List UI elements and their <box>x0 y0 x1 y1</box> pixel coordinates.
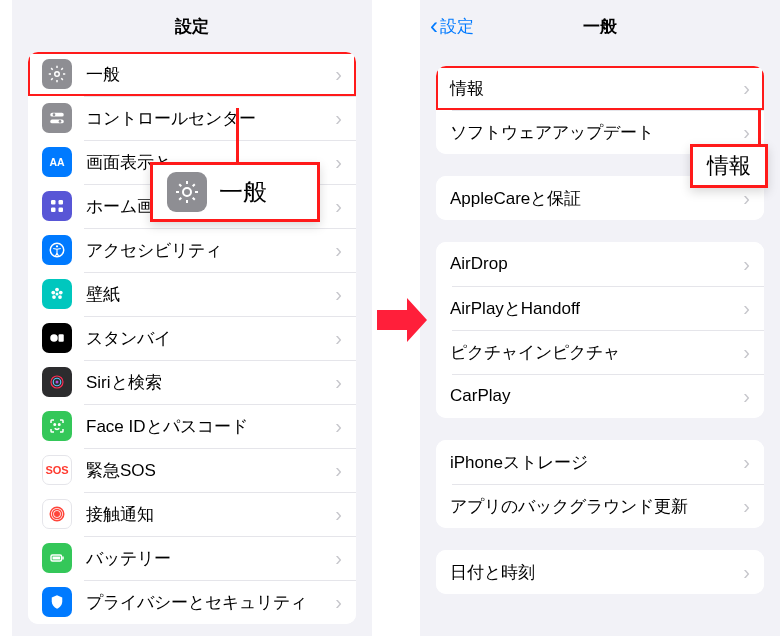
row-datetime[interactable]: 日付と時刻 › <box>436 550 764 594</box>
chevron-right-icon: › <box>743 386 750 406</box>
chevron-right-icon: › <box>743 452 750 472</box>
accessibility-icon <box>42 235 72 265</box>
chevron-right-icon: › <box>335 108 342 128</box>
faceid-icon <box>42 411 72 441</box>
svg-point-14 <box>59 291 63 295</box>
chevron-right-icon: › <box>335 152 342 172</box>
general-screen: ‹ 設定 一般 情報 › ソフトウェアアップデート › AppleCareと保証… <box>420 0 780 636</box>
svg-point-31 <box>183 188 191 196</box>
row-storage[interactable]: iPhoneストレージ › <box>436 440 764 484</box>
row-control-center[interactable]: コントロールセンター › <box>28 96 356 140</box>
settings-header: 設定 <box>12 0 372 52</box>
privacy-icon <box>42 587 72 617</box>
chevron-right-icon: › <box>743 342 750 362</box>
chevron-right-icon: › <box>743 298 750 318</box>
svg-point-25 <box>55 512 60 517</box>
row-label: 接触通知 <box>86 503 335 526</box>
row-accessibility[interactable]: アクセシビリティ › <box>28 228 356 272</box>
page-title: 一般 <box>583 15 617 38</box>
row-label: Siriと検索 <box>86 371 335 394</box>
row-exposure[interactable]: 接触通知 › <box>28 492 356 536</box>
callout-label: 一般 <box>219 176 267 208</box>
svg-point-17 <box>51 291 55 295</box>
sos-icon: SOS <box>42 455 72 485</box>
svg-point-22 <box>56 381 59 384</box>
siri-icon <box>42 367 72 397</box>
callout-about: 情報 <box>690 144 768 188</box>
svg-point-0 <box>55 72 60 77</box>
page-title: 設定 <box>175 15 209 38</box>
standby-icon <box>42 323 72 353</box>
row-battery[interactable]: バッテリー › <box>28 536 356 580</box>
row-wallpaper[interactable]: 壁紙 › <box>28 272 356 316</box>
callout-general: 一般 <box>150 162 320 222</box>
row-label: 一般 <box>86 63 335 86</box>
svg-point-11 <box>56 245 58 247</box>
row-label: AppleCareと保証 <box>450 187 743 210</box>
group-airdrop: AirDrop › AirPlayとHandoff › ピクチャインピクチャ ›… <box>436 242 764 418</box>
row-label: 情報 <box>450 77 743 100</box>
svg-point-23 <box>54 424 56 426</box>
chevron-right-icon: › <box>335 592 342 612</box>
display-icon: AA <box>42 147 72 177</box>
svg-rect-30 <box>53 557 61 560</box>
svg-point-16 <box>52 295 56 299</box>
row-carplay[interactable]: CarPlay › <box>436 374 764 418</box>
svg-rect-29 <box>62 557 64 560</box>
general-header: ‹ 設定 一般 <box>420 0 780 52</box>
svg-point-18 <box>50 334 58 342</box>
row-bg-refresh[interactable]: アプリのバックグラウンド更新 › <box>436 484 764 528</box>
row-label: iPhoneストレージ <box>450 451 743 474</box>
row-label: Face IDとパスコード <box>86 415 335 438</box>
chevron-right-icon: › <box>743 122 750 142</box>
settings-root-screen: 設定 一般 › コントロールセンター › AA 画面表示と › <box>12 0 372 636</box>
callout-connector <box>758 109 761 145</box>
row-faceid[interactable]: Face IDとパスコード › <box>28 404 356 448</box>
svg-rect-2 <box>50 120 64 124</box>
svg-point-4 <box>59 120 62 123</box>
row-privacy[interactable]: プライバシーとセキュリティ › <box>28 580 356 624</box>
svg-rect-19 <box>59 334 64 342</box>
svg-point-13 <box>55 288 59 292</box>
gear-icon <box>167 172 207 212</box>
row-standby[interactable]: スタンバイ › <box>28 316 356 360</box>
row-label: コントロールセンター <box>86 107 335 130</box>
row-general[interactable]: 一般 › <box>28 52 356 96</box>
toggles-icon <box>42 103 72 133</box>
row-label: 壁紙 <box>86 283 335 306</box>
row-siri[interactable]: Siriと検索 › <box>28 360 356 404</box>
svg-rect-8 <box>51 208 56 213</box>
flower-icon <box>42 279 72 309</box>
chevron-right-icon: › <box>335 240 342 260</box>
row-sos[interactable]: SOS 緊急SOS › <box>28 448 356 492</box>
row-label: AirPlayとHandoff <box>450 297 743 320</box>
chevron-right-icon: › <box>335 328 342 348</box>
svg-rect-9 <box>59 208 64 213</box>
row-pip[interactable]: ピクチャインピクチャ › <box>436 330 764 374</box>
back-label: 設定 <box>440 15 474 38</box>
svg-point-15 <box>58 295 62 299</box>
chevron-left-icon: ‹ <box>430 14 438 38</box>
group-storage: iPhoneストレージ › アプリのバックグラウンド更新 › <box>436 440 764 528</box>
chevron-right-icon: › <box>743 496 750 516</box>
chevron-right-icon: › <box>335 284 342 304</box>
row-label: 日付と時刻 <box>450 561 743 584</box>
gear-icon <box>42 59 72 89</box>
row-label: スタンバイ <box>86 327 335 350</box>
chevron-right-icon: › <box>335 416 342 436</box>
row-airplay[interactable]: AirPlayとHandoff › <box>436 286 764 330</box>
back-button[interactable]: ‹ 設定 <box>430 14 474 38</box>
row-label: CarPlay <box>450 386 743 406</box>
chevron-right-icon: › <box>335 504 342 524</box>
row-label: AirDrop <box>450 254 743 274</box>
row-label: ソフトウェアアップデート <box>450 121 743 144</box>
row-label: アプリのバックグラウンド更新 <box>450 495 743 518</box>
chevron-right-icon: › <box>743 188 750 208</box>
row-about[interactable]: 情報 › <box>436 66 764 110</box>
svg-point-24 <box>59 424 61 426</box>
row-label: ピクチャインピクチャ <box>450 341 743 364</box>
chevron-right-icon: › <box>743 254 750 274</box>
row-label: アクセシビリティ <box>86 239 335 262</box>
row-airdrop[interactable]: AirDrop › <box>436 242 764 286</box>
chevron-right-icon: › <box>335 460 342 480</box>
